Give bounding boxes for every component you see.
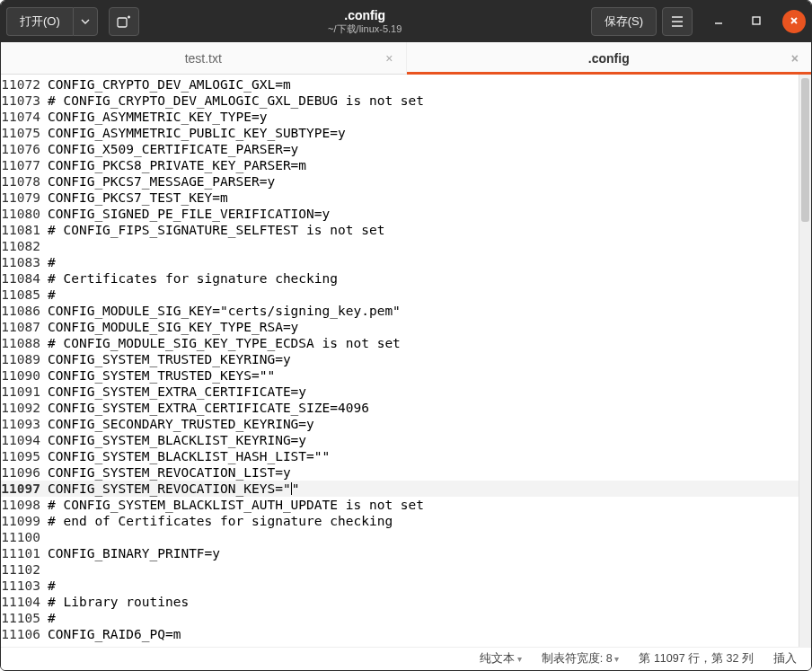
statusbar: 纯文本 制表符宽度: 8 第 11097 行，第 32 列 插入 bbox=[1, 647, 811, 670]
line-number: 11105 bbox=[1, 610, 48, 626]
new-tab-button[interactable] bbox=[109, 7, 139, 36]
tab-config[interactable]: .config × bbox=[406, 42, 812, 74]
tab-label: test.txt bbox=[185, 51, 222, 66]
editor-line[interactable]: 11081# CONFIG_FIPS_SIGNATURE_SELFTEST is… bbox=[1, 222, 799, 238]
tab-test-txt[interactable]: test.txt × bbox=[1, 42, 406, 74]
line-text: CONFIG_RAID6_PQ=m bbox=[48, 626, 799, 642]
line-number: 11089 bbox=[1, 351, 48, 367]
line-text: CONFIG_ASYMMETRIC_KEY_TYPE=y bbox=[48, 109, 799, 125]
line-text: # CONFIG_CRYPTO_DEV_AMLOGIC_GXL_DEBUG is… bbox=[48, 93, 799, 109]
line-number: 11082 bbox=[1, 238, 48, 254]
line-number: 11075 bbox=[1, 125, 48, 141]
text-editor[interactable]: 11072CONFIG_CRYPTO_DEV_AMLOGIC_GXL=m1107… bbox=[1, 75, 799, 647]
titlebar-left: 打开(O) bbox=[6, 7, 139, 36]
editor-line[interactable]: 11092CONFIG_SYSTEM_EXTRA_CERTIFICATE_SIZ… bbox=[1, 400, 799, 416]
editor-line[interactable]: 11077CONFIG_PKCS8_PRIVATE_KEY_PARSER=m bbox=[1, 157, 799, 173]
editor-line[interactable]: 11086CONFIG_MODULE_SIG_KEY="certs/signin… bbox=[1, 303, 799, 319]
editor-line[interactable]: 11106CONFIG_RAID6_PQ=m bbox=[1, 626, 799, 642]
line-text: # CONFIG_FIPS_SIGNATURE_SELFTEST is not … bbox=[48, 222, 799, 238]
editor-line[interactable]: 11078CONFIG_PKCS7_MESSAGE_PARSER=y bbox=[1, 173, 799, 190]
line-number: 11102 bbox=[1, 561, 48, 578]
line-text: CONFIG_BINARY_PRINTF=y bbox=[48, 545, 799, 561]
editor-line[interactable]: 11103# bbox=[1, 578, 799, 594]
line-text: CONFIG_CRYPTO_DEV_AMLOGIC_GXL=m bbox=[48, 76, 799, 93]
editor-line[interactable]: 11101CONFIG_BINARY_PRINTF=y bbox=[1, 545, 799, 561]
editor-line[interactable]: 11102 bbox=[1, 561, 799, 578]
editor-line[interactable]: 11099# end of Certificates for signature… bbox=[1, 513, 799, 529]
editor-line[interactable]: 11084# Certificates for signature checki… bbox=[1, 270, 799, 287]
line-number: 11098 bbox=[1, 497, 48, 513]
line-text: CONFIG_SYSTEM_TRUSTED_KEYRING=y bbox=[48, 351, 799, 367]
line-text: CONFIG_MODULE_SIG_KEY_TYPE_RSA=y bbox=[48, 319, 799, 335]
line-number: 11077 bbox=[1, 157, 48, 173]
editor-line[interactable]: 11090CONFIG_SYSTEM_TRUSTED_KEYS="" bbox=[1, 367, 799, 384]
line-number: 11088 bbox=[1, 335, 48, 351]
line-text: # Library routines bbox=[48, 594, 799, 610]
scrollbar-thumb[interactable] bbox=[801, 78, 809, 222]
line-number: 11074 bbox=[1, 109, 48, 125]
editor-line[interactable]: 11091CONFIG_SYSTEM_EXTRA_CERTIFICATE=y bbox=[1, 384, 799, 400]
editor-line[interactable]: 11089CONFIG_SYSTEM_TRUSTED_KEYRING=y bbox=[1, 351, 799, 367]
line-text: CONFIG_SYSTEM_BLACKLIST_HASH_LIST="" bbox=[48, 448, 799, 464]
line-number: 11097 bbox=[1, 481, 48, 497]
editor-line[interactable]: 11105# bbox=[1, 610, 799, 626]
line-number: 11101 bbox=[1, 545, 48, 561]
editor-line[interactable]: 11082 bbox=[1, 238, 799, 254]
editor-line[interactable]: 11100 bbox=[1, 529, 799, 545]
line-number: 11106 bbox=[1, 626, 48, 642]
line-number: 11087 bbox=[1, 319, 48, 335]
line-text: CONFIG_MODULE_SIG_KEY="certs/signing_key… bbox=[48, 303, 799, 319]
syntax-mode-selector[interactable]: 纯文本 bbox=[480, 651, 522, 667]
tab-close-button[interactable]: × bbox=[385, 51, 393, 66]
open-recent-button[interactable] bbox=[73, 7, 98, 36]
editor-line[interactable]: 11072CONFIG_CRYPTO_DEV_AMLOGIC_GXL=m bbox=[1, 76, 799, 93]
save-button[interactable]: 保存(S) bbox=[591, 7, 657, 36]
line-number: 11093 bbox=[1, 416, 48, 432]
line-number: 11086 bbox=[1, 303, 48, 319]
editor-line[interactable]: 11104# Library routines bbox=[1, 594, 799, 610]
editor-line[interactable]: 11093CONFIG_SECONDARY_TRUSTED_KEYRING=y bbox=[1, 416, 799, 432]
insert-mode-label[interactable]: 插入 bbox=[773, 651, 797, 667]
titlebar: 打开(O) .config ~/下载/linux-5.19 保存(S) bbox=[1, 1, 811, 42]
editor-line[interactable]: 11095CONFIG_SYSTEM_BLACKLIST_HASH_LIST="… bbox=[1, 448, 799, 464]
svg-rect-0 bbox=[118, 18, 127, 27]
editor-line[interactable]: 11097CONFIG_SYSTEM_REVOCATION_KEYS="" bbox=[1, 481, 799, 497]
editor-line[interactable]: 11096CONFIG_SYSTEM_REVOCATION_LIST=y bbox=[1, 464, 799, 481]
line-text bbox=[48, 238, 799, 254]
tabstrip: test.txt × .config × bbox=[1, 42, 811, 75]
line-text: # bbox=[48, 610, 799, 626]
tab-close-button[interactable]: × bbox=[791, 51, 799, 66]
editor-line[interactable]: 11079CONFIG_PKCS7_TEST_KEY=m bbox=[1, 190, 799, 206]
editor-line[interactable]: 11075CONFIG_ASYMMETRIC_PUBLIC_KEY_SUBTYP… bbox=[1, 125, 799, 141]
line-text: CONFIG_SIGNED_PE_FILE_VERIFICATION=y bbox=[48, 206, 799, 222]
editor-line[interactable]: 11098# CONFIG_SYSTEM_BLACKLIST_AUTH_UPDA… bbox=[1, 497, 799, 513]
line-text: CONFIG_PKCS7_MESSAGE_PARSER=y bbox=[48, 173, 799, 190]
line-text: CONFIG_PKCS7_TEST_KEY=m bbox=[48, 190, 799, 206]
line-number: 11072 bbox=[1, 76, 48, 93]
line-text: # CONFIG_MODULE_SIG_KEY_TYPE_ECDSA is no… bbox=[48, 335, 799, 351]
line-text: CONFIG_SECONDARY_TRUSTED_KEYRING=y bbox=[48, 416, 799, 432]
editor-line[interactable]: 11076CONFIG_X509_CERTIFICATE_PARSER=y bbox=[1, 141, 799, 157]
window-maximize-button[interactable] bbox=[745, 10, 768, 33]
vertical-scrollbar[interactable] bbox=[799, 75, 811, 647]
editor-line[interactable]: 11074CONFIG_ASYMMETRIC_KEY_TYPE=y bbox=[1, 109, 799, 125]
editor-line[interactable]: 11083# bbox=[1, 254, 799, 270]
line-text: CONFIG_SYSTEM_EXTRA_CERTIFICATE=y bbox=[48, 384, 799, 400]
editor-line[interactable]: 11080CONFIG_SIGNED_PE_FILE_VERIFICATION=… bbox=[1, 206, 799, 222]
line-number: 11084 bbox=[1, 270, 48, 287]
editor-line[interactable]: 11088# CONFIG_MODULE_SIG_KEY_TYPE_ECDSA … bbox=[1, 335, 799, 351]
window-minimize-button[interactable] bbox=[707, 10, 730, 33]
line-text: CONFIG_X509_CERTIFICATE_PARSER=y bbox=[48, 141, 799, 157]
editor-line[interactable]: 11094CONFIG_SYSTEM_BLACKLIST_KEYRING=y bbox=[1, 432, 799, 448]
editor-line[interactable]: 11073# CONFIG_CRYPTO_DEV_AMLOGIC_GXL_DEB… bbox=[1, 93, 799, 109]
line-number: 11085 bbox=[1, 287, 48, 303]
line-number: 11081 bbox=[1, 222, 48, 238]
line-text bbox=[48, 561, 799, 578]
hamburger-menu-button[interactable] bbox=[662, 7, 693, 36]
open-button[interactable]: 打开(O) bbox=[6, 7, 73, 36]
window-close-button[interactable] bbox=[782, 10, 806, 33]
editor-line[interactable]: 11085# bbox=[1, 287, 799, 303]
tab-width-selector[interactable]: 制表符宽度: 8 bbox=[542, 651, 620, 667]
cursor-position-label: 第 11097 行，第 32 列 bbox=[639, 651, 754, 667]
editor-line[interactable]: 11087CONFIG_MODULE_SIG_KEY_TYPE_RSA=y bbox=[1, 319, 799, 335]
